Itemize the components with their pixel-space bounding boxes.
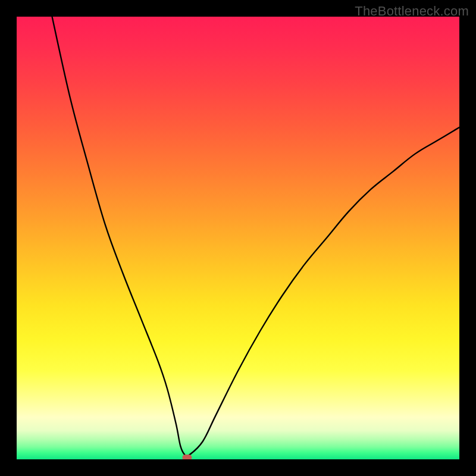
bottleneck-marker — [182, 455, 192, 459]
chart-container: TheBottleneck.com — [0, 0, 476, 476]
bottleneck-chart — [17, 17, 459, 459]
watermark-text: TheBottleneck.com — [355, 4, 469, 19]
gradient-background — [17, 17, 459, 459]
